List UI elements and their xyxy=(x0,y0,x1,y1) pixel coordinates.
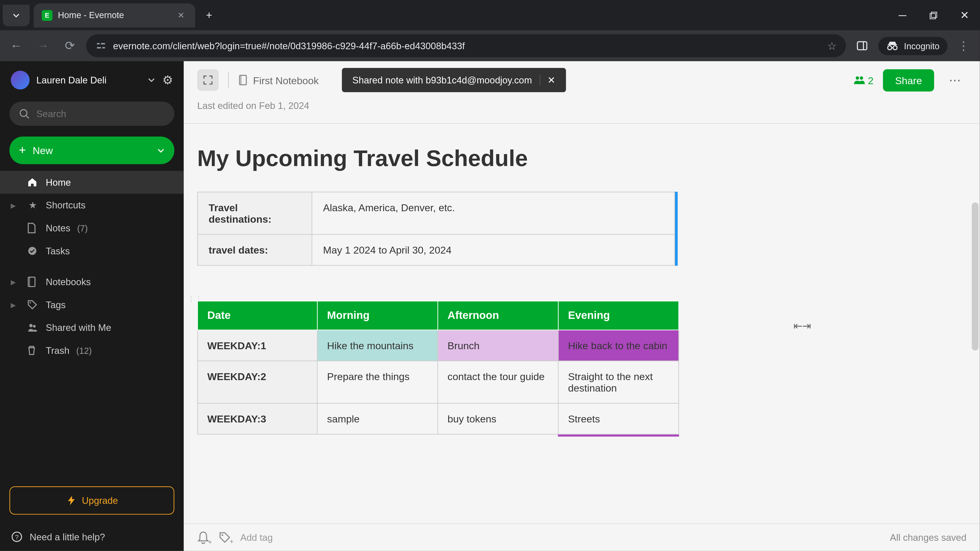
browser-back-button[interactable]: ← xyxy=(5,35,27,56)
table-cell[interactable]: buy tokens xyxy=(438,403,558,434)
expand-icon xyxy=(203,75,213,86)
notebook-selector[interactable]: First Notebook xyxy=(238,74,318,86)
collaborators-button[interactable]: 2 xyxy=(853,74,873,86)
sidebar-item-label: Shared with Me xyxy=(46,322,111,333)
info-table[interactable]: Travel destinations: Alaska, America, De… xyxy=(197,192,675,266)
notification-text: Shared note with b93b1c4d@moodjoy.com xyxy=(352,75,532,86)
sidebar-item-label: Trash xyxy=(46,345,69,356)
window-close-button[interactable]: ✕ xyxy=(949,4,980,26)
table-cell[interactable]: WEEKDAY:1 xyxy=(197,330,317,361)
upgrade-button[interactable]: Upgrade xyxy=(10,486,174,515)
side-panel-button[interactable] xyxy=(851,35,873,56)
new-button[interactable]: + New xyxy=(10,137,174,164)
sidebar-item-notes[interactable]: Notes (7) xyxy=(0,217,184,240)
bookmark-star-icon[interactable]: ☆ xyxy=(827,39,837,52)
expand-caret-icon[interactable]: ▶ xyxy=(11,202,20,209)
sidebar-item-label: Tasks xyxy=(46,246,70,256)
expand-note-button[interactable] xyxy=(197,69,219,91)
notebook-icon xyxy=(238,75,248,86)
divider xyxy=(184,123,980,124)
people-icon xyxy=(853,75,865,86)
table-cell[interactable]: WEEKDAY:2 xyxy=(197,361,317,403)
table-cell-label[interactable]: travel dates: xyxy=(197,234,312,265)
browser-menu-button[interactable]: ⋮ xyxy=(953,35,974,56)
table-row[interactable]: WEEKDAY:3 sample buy tokens Streets xyxy=(197,403,679,434)
column-header[interactable]: Morning xyxy=(317,301,438,330)
table-row[interactable]: Travel destinations: Alaska, America, De… xyxy=(197,192,675,234)
table-row[interactable]: travel dates: May 1 2024 to April 30, 20… xyxy=(197,234,675,265)
share-button-label: Share xyxy=(895,74,922,86)
column-header[interactable]: Date xyxy=(197,301,317,330)
table-cell[interactable]: Straight to the next destination xyxy=(558,361,679,403)
window-minimize-button[interactable]: ─ xyxy=(887,4,918,26)
schedule-table-wrap[interactable]: ⋮⋮ Date Morning Afternoon Evening WEEKDA… xyxy=(197,301,679,435)
svg-point-9 xyxy=(893,46,897,50)
column-header[interactable]: Evening xyxy=(558,301,679,330)
table-cell[interactable]: Streets xyxy=(558,403,679,434)
chevron-down-icon xyxy=(148,76,156,84)
column-header[interactable]: Afternoon xyxy=(438,301,558,330)
more-actions-button[interactable]: ⋯ xyxy=(943,70,966,90)
browser-tab[interactable]: E Home - Evernote ✕ xyxy=(34,3,195,27)
settings-gear-icon[interactable]: ⚙ xyxy=(162,73,173,87)
note-icon xyxy=(27,223,39,233)
table-cell[interactable]: contact the tour guide xyxy=(438,361,558,403)
expand-caret-icon[interactable]: ▶ xyxy=(11,301,20,308)
url-text: evernote.com/client/web?login=true#/note… xyxy=(113,40,815,51)
sidebar-item-shortcuts[interactable]: ▶ ★ Shortcuts xyxy=(0,194,184,217)
table-cell[interactable]: WEEKDAY:3 xyxy=(197,403,317,434)
table-cell-value[interactable]: Alaska, America, Denver, etc. xyxy=(312,192,675,234)
table-cell[interactable]: Prepare the things xyxy=(317,361,438,403)
tab-close-button[interactable]: ✕ xyxy=(175,9,187,21)
user-account-row[interactable]: Lauren Dale Deli ⚙ xyxy=(0,61,184,99)
svg-point-18 xyxy=(33,325,36,328)
collaborator-count: 2 xyxy=(868,74,873,86)
table-cell[interactable]: Brunch xyxy=(438,330,558,361)
svg-point-17 xyxy=(29,324,33,327)
note-title[interactable]: My Upcoming Travel Schedule xyxy=(197,145,966,171)
help-button[interactable]: ? Need a little help? xyxy=(0,523,184,551)
sidebar-item-tasks[interactable]: Tasks xyxy=(0,240,184,262)
sidebar-item-shared[interactable]: Shared with Me xyxy=(0,316,184,339)
sidebar-item-home[interactable]: Home xyxy=(0,171,184,194)
tab-search-button[interactable] xyxy=(3,4,30,26)
url-input[interactable]: evernote.com/client/web?login=true#/note… xyxy=(86,34,846,57)
note-body[interactable]: My Upcoming Travel Schedule Travel desti… xyxy=(184,137,980,524)
share-button[interactable]: Share xyxy=(883,69,934,91)
add-tag-input[interactable]: Add tag xyxy=(240,532,272,543)
add-tag-button[interactable]: + xyxy=(219,531,231,543)
browser-forward-button[interactable]: → xyxy=(32,35,54,56)
expand-caret-icon[interactable]: ▶ xyxy=(11,278,20,286)
sidebar-item-tags[interactable]: ▶ Tags xyxy=(0,293,184,316)
column-resize-cursor-icon[interactable]: ⇤⇥ xyxy=(794,320,811,332)
tag-icon xyxy=(27,299,39,310)
divider xyxy=(228,72,229,88)
table-cell-label[interactable]: Travel destinations: xyxy=(197,192,312,234)
new-tab-button[interactable]: + xyxy=(206,9,212,21)
sidebar-item-label: Notebooks xyxy=(46,276,91,287)
window-maximize-button[interactable] xyxy=(918,4,949,26)
notification-close-button[interactable]: ✕ xyxy=(540,75,555,86)
site-settings-icon[interactable] xyxy=(95,40,106,51)
plus-icon: + xyxy=(19,143,26,157)
vertical-scrollbar[interactable] xyxy=(972,203,978,351)
svg-point-8 xyxy=(888,46,892,50)
search-input[interactable] xyxy=(36,108,165,119)
bell-icon xyxy=(197,531,209,545)
sidebar-item-trash[interactable]: Trash (12) xyxy=(0,339,184,362)
table-cell[interactable]: Hike the mountains xyxy=(317,330,438,361)
drag-handle-icon[interactable]: ⋮⋮ xyxy=(188,295,203,303)
table-header-row[interactable]: Date Morning Afternoon Evening xyxy=(197,301,679,330)
sidebar-item-notebooks[interactable]: ▶ Notebooks xyxy=(0,270,184,293)
table-cell[interactable]: Hike back to the cabin xyxy=(558,330,679,361)
table-row[interactable]: WEEKDAY:1 Hike the mountains Brunch Hike… xyxy=(197,330,679,361)
table-cell-value[interactable]: May 1 2024 to April 30, 2024 xyxy=(312,234,675,265)
trash-icon xyxy=(27,345,39,356)
table-row[interactable]: WEEKDAY:2 Prepare the things contact the… xyxy=(197,361,679,403)
browser-reload-button[interactable]: ⟳ xyxy=(59,35,81,56)
search-box[interactable] xyxy=(10,102,174,126)
table-cell[interactable]: sample xyxy=(317,403,438,434)
maximize-icon xyxy=(929,11,938,19)
add-reminder-button[interactable]: + xyxy=(197,531,209,545)
upgrade-label: Upgrade xyxy=(82,495,118,506)
